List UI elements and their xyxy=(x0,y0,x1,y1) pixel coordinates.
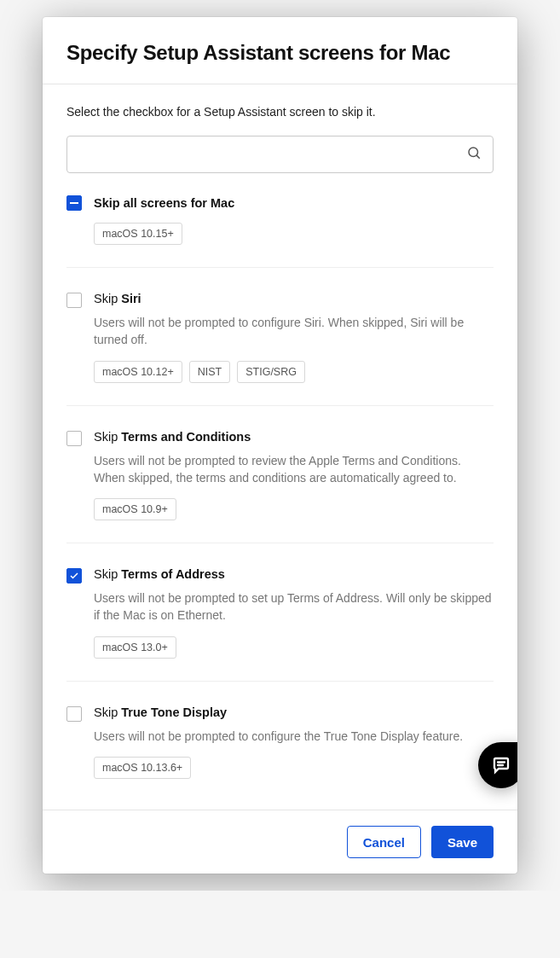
setup-assistant-modal: Specify Setup Assistant screens for Mac … xyxy=(43,17,517,874)
cancel-button[interactable]: Cancel xyxy=(347,826,421,858)
save-button[interactable]: Save xyxy=(431,826,494,858)
item-title: Skip Terms of Address xyxy=(94,567,494,581)
tag-list: macOS 10.13.6+ xyxy=(94,757,494,779)
search-input[interactable] xyxy=(66,136,494,173)
item-description: Users will not be prompted to configure … xyxy=(94,728,494,745)
item-title: Skip Terms and Conditions xyxy=(94,430,494,444)
list-item-terms-address: Skip Terms of Address Users will not be … xyxy=(66,543,494,681)
modal-footer: Cancel Save xyxy=(43,810,517,874)
item-description: Users will not be prompted to set up Ter… xyxy=(94,589,494,624)
skip-true-tone-checkbox[interactable] xyxy=(66,706,82,722)
skip-terms-conditions-checkbox[interactable] xyxy=(66,431,82,446)
skip-siri-checkbox[interactable] xyxy=(66,293,82,308)
checkbox-spacer xyxy=(66,224,82,239)
skip-terms-address-checkbox[interactable] xyxy=(66,568,82,584)
tag-list: macOS 10.9+ xyxy=(94,498,494,520)
version-tag: macOS 10.13.6+ xyxy=(94,757,191,779)
version-tag: macOS 10.15+ xyxy=(94,223,182,245)
item-title: Skip Siri xyxy=(94,292,494,305)
list-item-terms-conditions: Skip Terms and Conditions Users will not… xyxy=(66,405,494,543)
chat-icon xyxy=(491,755,511,775)
instruction-text: Select the checkbox for a Setup Assistan… xyxy=(66,105,494,119)
chat-fab[interactable] xyxy=(478,742,517,788)
list-item: macOS 10.15+ xyxy=(66,211,494,267)
modal-header: Specify Setup Assistant screens for Mac xyxy=(43,17,517,84)
version-tag: macOS 10.12+ xyxy=(94,361,182,383)
modal-body: Select the checkbox for a Setup Assistan… xyxy=(43,84,517,810)
item-title: Skip True Tone Display xyxy=(94,705,494,719)
modal-title: Specify Setup Assistant screens for Mac xyxy=(66,41,494,65)
tag-list: macOS 13.0+ xyxy=(94,636,494,659)
version-tag: macOS 10.9+ xyxy=(94,498,176,520)
list-item-siri: Skip Siri Users will not be prompted to … xyxy=(66,267,494,405)
skip-all-row: Skip all screens for Mac xyxy=(66,195,494,211)
list-item-true-tone: Skip True Tone Display Users will not be… xyxy=(66,681,494,801)
version-tag: macOS 13.0+ xyxy=(94,636,176,659)
item-description: Users will not be prompted to configure … xyxy=(94,314,494,349)
item-description: Users will not be prompted to review the… xyxy=(94,452,494,487)
compliance-tag: NIST xyxy=(189,361,230,383)
search-wrapper xyxy=(66,136,494,173)
skip-all-checkbox[interactable] xyxy=(66,195,82,211)
tag-list: macOS 10.12+ NIST STIG/SRG xyxy=(94,361,494,383)
skip-all-label: Skip all screens for Mac xyxy=(94,196,234,210)
tag-list: macOS 10.15+ xyxy=(94,223,494,245)
compliance-tag: STIG/SRG xyxy=(237,361,305,383)
